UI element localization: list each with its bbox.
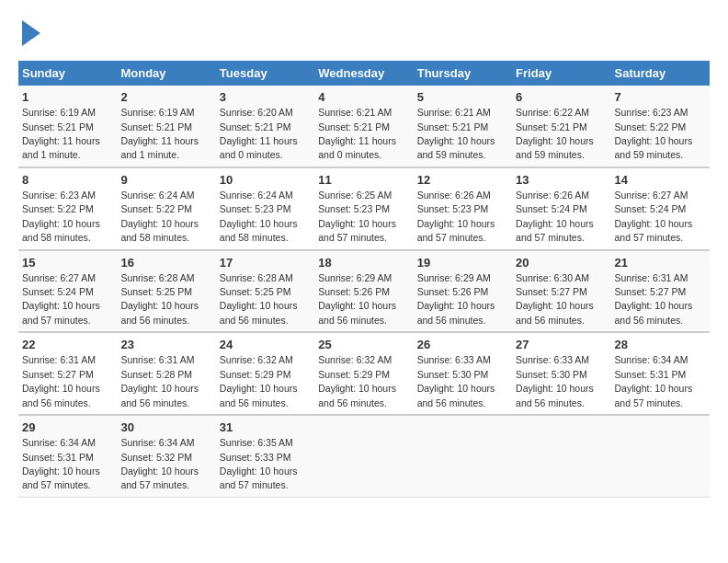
daylight-info: Daylight: 10 hours and 56 minutes. (615, 300, 693, 325)
daylight-info: Daylight: 10 hours and 57 minutes. (417, 218, 495, 243)
daylight-info: Daylight: 10 hours and 58 minutes. (22, 218, 100, 243)
day-number: 23 (120, 337, 211, 353)
calendar-cell (314, 415, 413, 497)
sunset-info: Sunset: 5:23 PM (220, 203, 291, 214)
calendar-cell: 30Sunrise: 6:34 AMSunset: 5:32 PMDayligh… (117, 415, 215, 497)
sunrise-info: Sunrise: 6:32 AM (318, 354, 392, 365)
sunrise-info: Sunrise: 6:28 AM (120, 272, 194, 283)
calendar-cell: 31Sunrise: 6:35 AMSunset: 5:33 PMDayligh… (216, 415, 314, 497)
calendar-cell: 27Sunrise: 6:33 AMSunset: 5:30 PMDayligh… (512, 332, 610, 415)
calendar-cell: 15Sunrise: 6:27 AMSunset: 5:24 PMDayligh… (18, 250, 117, 333)
calendar-body: 1Sunrise: 6:19 AMSunset: 5:21 PMDaylight… (18, 86, 710, 497)
day-number: 1 (22, 89, 113, 106)
daylight-info: Daylight: 11 hours and 1 minute. (22, 135, 100, 160)
daylight-info: Daylight: 10 hours and 56 minutes. (22, 383, 100, 408)
calendar-cell: 26Sunrise: 6:33 AMSunset: 5:30 PMDayligh… (414, 332, 512, 415)
day-number: 5 (417, 89, 508, 106)
week-row-1: 1Sunrise: 6:19 AMSunset: 5:21 PMDaylight… (18, 86, 710, 167)
daylight-info: Daylight: 10 hours and 57 minutes. (220, 465, 298, 490)
day-number: 18 (318, 255, 409, 271)
daylight-info: Daylight: 10 hours and 57 minutes. (318, 218, 396, 243)
sunrise-info: Sunrise: 6:27 AM (615, 190, 688, 201)
sunrise-info: Sunrise: 6:26 AM (417, 190, 491, 201)
sunset-info: Sunset: 5:26 PM (417, 286, 489, 297)
day-number: 27 (516, 337, 607, 353)
sunset-info: Sunset: 5:24 PM (615, 203, 687, 214)
sunset-info: Sunset: 5:29 PM (220, 369, 291, 380)
week-row-3: 15Sunrise: 6:27 AMSunset: 5:24 PMDayligh… (18, 250, 710, 333)
calendar-cell: 9Sunrise: 6:24 AMSunset: 5:22 PMDaylight… (117, 167, 215, 250)
sunset-info: Sunset: 5:27 PM (615, 286, 687, 297)
column-header-tuesday: Tuesday (216, 61, 314, 86)
daylight-info: Daylight: 10 hours and 59 minutes. (516, 135, 594, 160)
sunset-info: Sunset: 5:21 PM (318, 121, 390, 132)
sunrise-info: Sunrise: 6:21 AM (318, 107, 392, 118)
daylight-info: Daylight: 10 hours and 56 minutes. (220, 383, 298, 408)
day-number: 30 (120, 419, 211, 436)
sunrise-info: Sunrise: 6:23 AM (615, 107, 688, 118)
daylight-info: Daylight: 10 hours and 56 minutes. (120, 383, 199, 408)
sunrise-info: Sunrise: 6:29 AM (417, 272, 491, 283)
calendar-cell: 19Sunrise: 6:29 AMSunset: 5:26 PMDayligh… (414, 250, 512, 333)
day-number: 21 (615, 255, 706, 271)
calendar-cell: 8Sunrise: 6:23 AMSunset: 5:22 PMDaylight… (18, 167, 117, 250)
daylight-info: Daylight: 10 hours and 57 minutes. (22, 465, 100, 490)
day-number: 25 (318, 337, 409, 353)
daylight-info: Daylight: 10 hours and 58 minutes. (220, 218, 298, 243)
calendar-cell: 13Sunrise: 6:26 AMSunset: 5:24 PMDayligh… (512, 167, 610, 250)
sunrise-info: Sunrise: 6:19 AM (22, 107, 96, 118)
calendar-cell: 14Sunrise: 6:27 AMSunset: 5:24 PMDayligh… (611, 167, 710, 250)
column-header-sunday: Sunday (18, 61, 117, 86)
calendar-cell: 6Sunrise: 6:22 AMSunset: 5:21 PMDaylight… (512, 86, 610, 167)
day-number: 4 (318, 89, 409, 106)
calendar-table: SundayMondayTuesdayWednesdayThursdayFrid… (18, 61, 710, 498)
calendar-cell: 18Sunrise: 6:29 AMSunset: 5:26 PMDayligh… (314, 250, 413, 333)
day-number: 26 (417, 337, 508, 353)
sunset-info: Sunset: 5:31 PM (615, 369, 687, 380)
calendar-cell: 20Sunrise: 6:30 AMSunset: 5:27 PMDayligh… (512, 250, 610, 333)
day-number: 8 (22, 172, 113, 189)
sunrise-info: Sunrise: 6:34 AM (615, 354, 688, 365)
sunrise-info: Sunrise: 6:28 AM (220, 272, 293, 283)
daylight-info: Daylight: 11 hours and 1 minute. (120, 135, 199, 160)
calendar-cell: 28Sunrise: 6:34 AMSunset: 5:31 PMDayligh… (611, 332, 710, 415)
sunset-info: Sunset: 5:25 PM (120, 286, 192, 297)
calendar-cell: 5Sunrise: 6:21 AMSunset: 5:21 PMDaylight… (414, 86, 512, 167)
day-number: 9 (120, 172, 211, 189)
column-header-saturday: Saturday (611, 61, 710, 86)
page-header (18, 18, 710, 46)
daylight-info: Daylight: 10 hours and 57 minutes. (615, 383, 693, 408)
day-number: 11 (318, 172, 409, 189)
sunset-info: Sunset: 5:33 PM (220, 452, 291, 463)
day-number: 3 (220, 89, 311, 106)
daylight-info: Daylight: 10 hours and 58 minutes. (120, 218, 199, 243)
day-number: 10 (220, 172, 311, 189)
logo-arrow-icon (22, 20, 40, 46)
column-header-wednesday: Wednesday (314, 61, 413, 86)
sunrise-info: Sunrise: 6:21 AM (417, 107, 491, 118)
calendar-cell: 25Sunrise: 6:32 AMSunset: 5:29 PMDayligh… (314, 332, 413, 415)
sunrise-info: Sunrise: 6:23 AM (22, 190, 96, 201)
sunset-info: Sunset: 5:23 PM (417, 203, 489, 214)
day-number: 29 (22, 419, 113, 436)
day-number: 17 (220, 255, 311, 271)
sunset-info: Sunset: 5:22 PM (22, 203, 94, 214)
day-number: 22 (22, 337, 113, 353)
day-number: 6 (516, 89, 607, 106)
sunset-info: Sunset: 5:27 PM (516, 286, 587, 297)
daylight-info: Daylight: 10 hours and 57 minutes. (120, 465, 199, 490)
calendar-cell: 16Sunrise: 6:28 AMSunset: 5:25 PMDayligh… (117, 250, 215, 333)
sunset-info: Sunset: 5:21 PM (516, 121, 587, 132)
sunrise-info: Sunrise: 6:31 AM (615, 272, 688, 283)
sunset-info: Sunset: 5:22 PM (120, 203, 192, 214)
sunset-info: Sunset: 5:27 PM (22, 369, 94, 380)
calendar-cell: 11Sunrise: 6:25 AMSunset: 5:23 PMDayligh… (314, 167, 413, 250)
sunrise-info: Sunrise: 6:26 AM (516, 190, 589, 201)
sunrise-info: Sunrise: 6:32 AM (220, 354, 293, 365)
daylight-info: Daylight: 11 hours and 0 minutes. (220, 135, 298, 160)
sunset-info: Sunset: 5:21 PM (22, 121, 94, 132)
sunset-info: Sunset: 5:30 PM (516, 369, 587, 380)
sunset-info: Sunset: 5:28 PM (120, 369, 192, 380)
day-number: 14 (615, 172, 706, 189)
sunset-info: Sunset: 5:30 PM (417, 369, 489, 380)
